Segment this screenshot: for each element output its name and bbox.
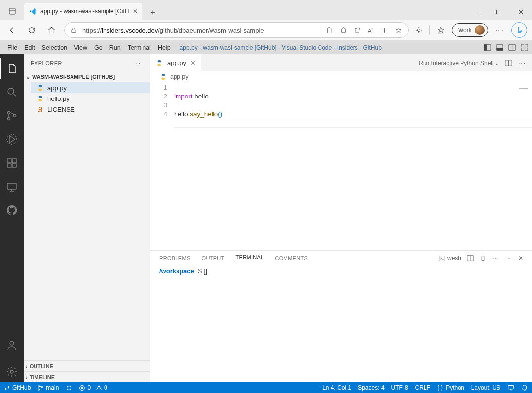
language-mode[interactable]: { }Python bbox=[437, 384, 464, 391]
menu-terminal[interactable]: Terminal bbox=[124, 41, 154, 54]
back-button[interactable] bbox=[5, 23, 19, 37]
profile-label: Work bbox=[458, 27, 472, 33]
customize-layout-icon[interactable] bbox=[521, 44, 528, 51]
file-name: hello.py bbox=[47, 95, 70, 102]
status-bar: GitHub main 0 0 Ln 4, Col 1 Spaces: 4 UT… bbox=[0, 382, 532, 393]
favorites-bar-icon[interactable] bbox=[437, 26, 445, 34]
github-icon[interactable] bbox=[0, 200, 24, 221]
breadcrumb[interactable]: app.py bbox=[150, 71, 532, 82]
maximize-button[interactable] bbox=[487, 4, 509, 20]
menu-run[interactable]: Run bbox=[106, 41, 124, 54]
remote-explorer-icon[interactable] bbox=[0, 176, 24, 197]
remote-indicator[interactable]: GitHub bbox=[4, 384, 31, 391]
browser-toolbar-right: Work ··· bbox=[415, 22, 527, 38]
run-debug-icon[interactable] bbox=[0, 129, 24, 150]
sidebar-header: EXPLORER ··· bbox=[24, 54, 150, 71]
accounts-icon[interactable] bbox=[0, 335, 24, 356]
menu-help[interactable]: Help bbox=[154, 41, 174, 54]
eol[interactable]: CRLF bbox=[415, 384, 430, 391]
terminal-shell-label[interactable]: wesh bbox=[439, 255, 461, 262]
minimize-button[interactable] bbox=[464, 4, 487, 20]
new-tab-button[interactable]: ＋ bbox=[145, 5, 160, 20]
svg-rect-16 bbox=[525, 44, 528, 47]
timeline-section[interactable]: › TIMELINE bbox=[24, 371, 150, 382]
open-external-icon[interactable] bbox=[354, 27, 361, 34]
line-gutter: 1 2 3 4 bbox=[150, 82, 174, 250]
explorer-sidebar: EXPLORER ··· ⌄ WASM-WASI-SAMPLE [GITHUB]… bbox=[24, 54, 150, 382]
cursor-position[interactable]: Ln 4, Col 1 bbox=[322, 384, 351, 391]
svg-rect-26 bbox=[12, 159, 16, 163]
collections-icon[interactable] bbox=[381, 27, 388, 34]
menu-view[interactable]: View bbox=[71, 41, 91, 54]
code-editor[interactable]: 1 2 3 4 import hello hello.say_hello() ▬… bbox=[150, 82, 532, 250]
outline-label: OUTLINE bbox=[30, 363, 53, 369]
tab-problems[interactable]: PROBLEMS bbox=[159, 255, 191, 261]
browser-tab[interactable]: app.py - wasm-wasi-sample [GitH ✕ bbox=[24, 3, 142, 20]
indentation[interactable]: Spaces: 4 bbox=[358, 384, 384, 391]
git-branch[interactable]: main bbox=[37, 384, 59, 391]
more-actions-icon[interactable]: ··· bbox=[518, 60, 526, 66]
read-aloud-icon[interactable]: A» bbox=[368, 27, 374, 34]
minimap[interactable]: ▬▬ bbox=[519, 85, 528, 90]
file-item-hello[interactable]: hello.py bbox=[31, 93, 150, 104]
toggle-primary-sidebar-icon[interactable] bbox=[484, 44, 491, 51]
problems-status[interactable]: 0 0 bbox=[79, 384, 107, 391]
split-editor-icon[interactable] bbox=[505, 59, 512, 66]
clipboard-icon[interactable] bbox=[325, 27, 333, 34]
close-window-button[interactable] bbox=[509, 4, 532, 20]
toggle-panel-icon[interactable] bbox=[496, 44, 503, 51]
shopping-icon[interactable] bbox=[340, 27, 347, 34]
editor-tab-app[interactable]: app.py ✕ bbox=[150, 54, 201, 71]
search-view-icon[interactable] bbox=[0, 82, 24, 102]
favorite-icon[interactable] bbox=[395, 27, 402, 34]
extensions-icon[interactable] bbox=[415, 26, 423, 34]
explorer-view-icon[interactable] bbox=[0, 58, 24, 79]
bottom-panel: PROBLEMS OUTPUT TERMINAL COMMENTS wesh ·… bbox=[150, 250, 532, 382]
license-icon bbox=[36, 105, 44, 113]
terminal-body[interactable]: /workspace $ [] bbox=[150, 265, 532, 382]
sidebar-more-icon[interactable]: ··· bbox=[136, 60, 143, 66]
settings-icon[interactable] bbox=[0, 361, 24, 382]
divider bbox=[429, 25, 430, 35]
personal-tab-icon[interactable] bbox=[4, 3, 21, 20]
kill-terminal-icon[interactable] bbox=[480, 255, 486, 262]
feedback-icon[interactable] bbox=[507, 384, 514, 391]
file-item-app[interactable]: app.py bbox=[31, 82, 150, 93]
maximize-panel-icon[interactable] bbox=[506, 255, 512, 262]
menu-edit[interactable]: Edit bbox=[21, 41, 38, 54]
browser-tab-strip: app.py - wasm-wasi-sample [GitH ✕ ＋ bbox=[0, 0, 532, 20]
notifications-icon[interactable] bbox=[521, 384, 528, 391]
sync-icon[interactable] bbox=[66, 385, 72, 391]
keyboard-layout[interactable]: Layout: US bbox=[471, 384, 500, 391]
outline-section[interactable]: › OUTLINE bbox=[24, 360, 150, 371]
address-bar[interactable]: https://insiders.vscode.dev/github/dbaeu… bbox=[64, 22, 409, 38]
source-control-icon[interactable] bbox=[0, 105, 24, 126]
home-button[interactable] bbox=[44, 23, 58, 37]
tab-output[interactable]: OUTPUT bbox=[202, 255, 225, 261]
bing-chat-button[interactable] bbox=[511, 22, 527, 38]
menu-selection[interactable]: Selection bbox=[38, 41, 71, 54]
folder-section[interactable]: ⌄ WASM-WASI-SAMPLE [GITHUB] bbox=[24, 71, 150, 82]
panel-more-icon[interactable]: ··· bbox=[492, 255, 500, 262]
menu-go[interactable]: Go bbox=[91, 41, 106, 54]
svg-rect-0 bbox=[9, 8, 15, 14]
menu-file[interactable]: File bbox=[4, 41, 21, 54]
profile-button[interactable]: Work bbox=[452, 23, 488, 37]
file-item-license[interactable]: LICENSE bbox=[31, 104, 150, 115]
tab-label: app.py bbox=[167, 59, 186, 66]
toggle-secondary-sidebar-icon[interactable] bbox=[508, 44, 516, 51]
run-python-shell-button[interactable]: Run Interactive Python Shell ⌄ bbox=[419, 60, 499, 66]
more-icon[interactable]: ··· bbox=[495, 26, 504, 34]
svg-point-41 bbox=[38, 389, 40, 390]
refresh-button[interactable] bbox=[25, 23, 38, 37]
close-panel-icon[interactable]: ✕ bbox=[518, 255, 523, 262]
extensions-view-icon[interactable] bbox=[0, 153, 24, 173]
encoding[interactable]: UTF-8 bbox=[391, 384, 408, 391]
split-terminal-icon[interactable] bbox=[467, 255, 474, 262]
editor-actions: Run Interactive Python Shell ⌄ ··· bbox=[419, 54, 532, 71]
tab-comments[interactable]: COMMENTS bbox=[275, 255, 308, 261]
tab-terminal[interactable]: TERMINAL bbox=[236, 254, 264, 262]
close-icon[interactable]: ✕ bbox=[190, 59, 196, 66]
window-controls bbox=[464, 4, 532, 20]
close-icon[interactable]: ✕ bbox=[133, 8, 138, 15]
